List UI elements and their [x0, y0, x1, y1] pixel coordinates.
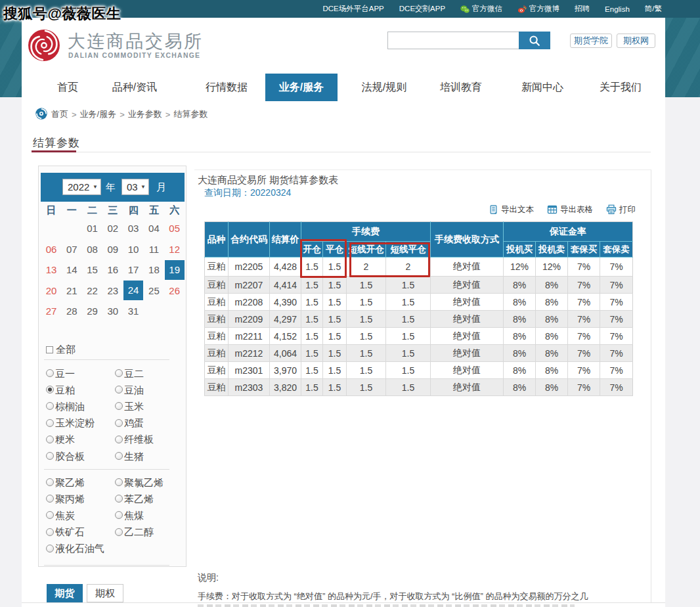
calendar-day-09[interactable]: 09 [102, 239, 123, 259]
calendar-day-14[interactable]: 14 [61, 259, 82, 280]
radio-label-粳米[interactable]: 粳米 [55, 433, 75, 445]
calendar-day-22[interactable]: 22 [82, 281, 103, 301]
calendar-day-21[interactable]: 21 [61, 281, 82, 301]
all-checkbox-label[interactable]: 全部 [56, 344, 76, 355]
radio-粳米[interactable] [46, 436, 54, 443]
otc-app-link[interactable]: DCE场外平台APP [322, 4, 383, 14]
radio-玉米淀粉[interactable] [46, 419, 54, 427]
radio-胶合板[interactable] [46, 452, 54, 460]
toolbar-export-table[interactable]: 导出表格 [547, 204, 593, 215]
calendar-day-18[interactable]: 18 [143, 259, 164, 280]
radio-label-豆油[interactable]: 豆油 [124, 384, 144, 396]
radio-豆一[interactable] [46, 369, 54, 377]
calendar-day-25[interactable]: 25 [143, 281, 164, 301]
radio-label-聚乙烯[interactable]: 聚乙烯 [55, 476, 85, 489]
radio-label-乙二醇[interactable]: 乙二醇 [124, 526, 154, 538]
nav-item-7[interactable]: 新闻中心 [521, 74, 563, 101]
calendar-day-31[interactable]: 31 [123, 301, 144, 321]
radio-label-玉米[interactable]: 玉米 [124, 400, 144, 413]
calendar-day-05[interactable]: 05 [164, 218, 185, 238]
options-site-button[interactable]: 期权网 [617, 34, 655, 48]
toolbar-export-text[interactable]: 导出文本 [489, 204, 534, 215]
wechat-link[interactable]: 官方微信 [460, 4, 502, 14]
search-button[interactable] [519, 32, 550, 49]
calendar-day-04[interactable]: 04 [143, 218, 164, 238]
weibo-link[interactable]: 官方微博 [517, 4, 559, 14]
calendar-day-15[interactable]: 15 [82, 259, 103, 280]
radio-label-苯乙烯[interactable]: 苯乙烯 [124, 493, 154, 505]
calendar-day-06[interactable]: 06 [41, 239, 62, 259]
radio-液化石油气[interactable] [46, 545, 54, 552]
radio-label-生猪[interactable]: 生猪 [124, 450, 144, 462]
sidebar-tab-期权[interactable]: 期权 [87, 584, 123, 602]
jobs-link[interactable]: 招聘 [575, 4, 590, 14]
breadcrumb-item[interactable]: 结算参数 [173, 108, 208, 120]
calendar-day-20[interactable]: 20 [41, 281, 62, 301]
nav-item-8[interactable]: 关于我们 [600, 74, 642, 101]
radio-铁矿石[interactable] [46, 528, 54, 536]
dce-logo-icon[interactable] [28, 29, 60, 62]
radio-label-铁矿石[interactable]: 铁矿石 [55, 526, 85, 538]
calendar-day-19[interactable]: 19 [165, 260, 185, 280]
calendar-day-10[interactable]: 10 [123, 239, 144, 259]
radio-label-聚氯乙烯[interactable]: 聚氯乙烯 [124, 476, 164, 489]
radio-豆二[interactable] [115, 369, 123, 377]
radio-聚乙烯[interactable] [46, 478, 54, 486]
calendar-day-11[interactable]: 11 [143, 239, 164, 259]
radio-label-聚丙烯[interactable]: 聚丙烯 [55, 493, 85, 505]
radio-聚氯乙烯[interactable] [115, 478, 123, 486]
calendar-day-27[interactable]: 27 [41, 301, 62, 321]
breadcrumb-home-icon[interactable] [35, 108, 47, 120]
table-cell: 7% [600, 294, 633, 311]
calendar-day-08[interactable]: 08 [82, 239, 103, 259]
calendar-day-17[interactable]: 17 [123, 259, 144, 280]
radio-label-胶合板[interactable]: 胶合板 [55, 450, 85, 462]
radio-label-焦炭[interactable]: 焦炭 [55, 509, 75, 522]
radio-label-纤维板[interactable]: 纤维板 [124, 433, 154, 445]
all-checkbox[interactable] [46, 346, 53, 353]
calendar-day-13[interactable]: 13 [41, 259, 62, 280]
radio-label-棕榈油[interactable]: 棕榈油 [55, 400, 85, 413]
breadcrumb-item[interactable]: 首页 [51, 108, 68, 120]
nav-item-5[interactable]: 法规/规则 [362, 74, 406, 101]
calendar-day-23[interactable]: 23 [102, 281, 123, 301]
calendar-day-28[interactable]: 28 [61, 301, 82, 321]
radio-乙二醇[interactable] [115, 528, 123, 536]
english-link[interactable]: English [605, 5, 630, 13]
search-input[interactable] [387, 32, 519, 49]
month-select[interactable]: 03 ▼ [121, 179, 149, 195]
calendar-day-26[interactable]: 26 [164, 281, 185, 301]
futures-college-button[interactable]: 期货学院 [570, 34, 612, 48]
lang-switch-link[interactable]: 简/繁 [645, 4, 662, 14]
radio-纤维板[interactable] [115, 436, 123, 443]
radio-label-豆粕[interactable]: 豆粕 [55, 384, 75, 396]
calendar-day-29[interactable]: 29 [82, 301, 103, 321]
calendar-day-12[interactable]: 12 [164, 239, 185, 259]
toolbar-print[interactable]: 打印 [606, 204, 636, 215]
nav-item-4[interactable]: 业务/服务 [265, 74, 338, 101]
year-select[interactable]: 2022 ▼ [62, 179, 101, 195]
nav-item-3[interactable]: 行情数据 [206, 74, 248, 101]
calendar-day-07[interactable]: 07 [61, 239, 82, 259]
radio-label-豆一[interactable]: 豆一 [55, 367, 75, 380]
radio-鸡蛋[interactable] [115, 419, 123, 427]
calendar-day-02[interactable]: 02 [102, 218, 123, 238]
calendar-day-16[interactable]: 16 [102, 259, 123, 280]
radio-label-焦煤[interactable]: 焦煤 [124, 509, 144, 522]
radio-生猪[interactable] [115, 452, 123, 460]
radio-label-玉米淀粉[interactable]: 玉米淀粉 [55, 416, 95, 429]
calendar-day-24[interactable]: 24 [123, 281, 143, 300]
radio-label-豆二[interactable]: 豆二 [124, 367, 144, 380]
calendar-day-03[interactable]: 03 [123, 218, 144, 238]
nav-item-1[interactable]: 首页 [57, 74, 78, 101]
sidebar-tab-期货[interactable]: 期货 [47, 584, 83, 602]
nav-item-6[interactable]: 培训教育 [440, 74, 482, 101]
breadcrumb-item[interactable]: 业务/服务 [80, 108, 117, 120]
nav-item-2[interactable]: 品种/资讯 [112, 74, 157, 101]
calendar-day-30[interactable]: 30 [102, 301, 123, 321]
radio-label-液化石油气[interactable]: 液化石油气 [55, 542, 104, 554]
delivery-app-link[interactable]: DCE交割APP [399, 4, 445, 14]
breadcrumb-item[interactable]: 业务参数 [128, 108, 162, 120]
calendar-day-01[interactable]: 01 [82, 218, 103, 238]
radio-label-鸡蛋[interactable]: 鸡蛋 [124, 416, 144, 429]
